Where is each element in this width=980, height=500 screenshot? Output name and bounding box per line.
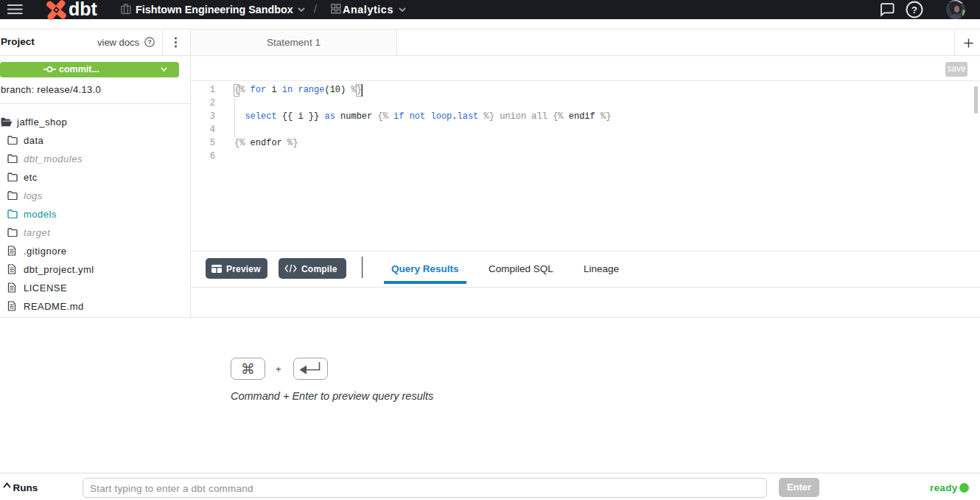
svg-text:?: ?: [147, 38, 151, 46]
svg-text:?: ?: [911, 4, 917, 15]
